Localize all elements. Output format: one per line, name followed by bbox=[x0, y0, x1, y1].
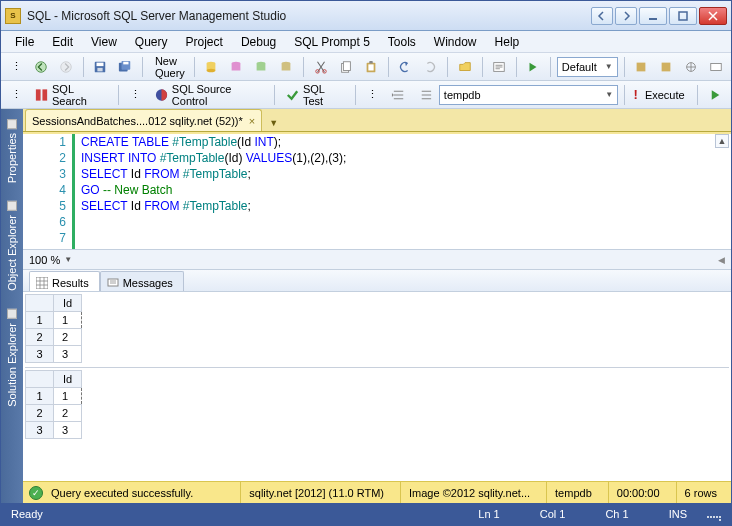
menu-help[interactable]: Help bbox=[487, 33, 528, 51]
side-toolbar: PropertiesObject ExplorerSolution Explor… bbox=[1, 109, 23, 503]
debug-play-button[interactable] bbox=[522, 56, 544, 78]
table-row[interactable]: 22 bbox=[26, 405, 82, 422]
svg-point-14 bbox=[207, 68, 216, 72]
nav-back-button[interactable] bbox=[591, 7, 613, 25]
sql-test-button[interactable]: SQL Test bbox=[281, 84, 349, 106]
menu-file[interactable]: File bbox=[7, 33, 42, 51]
open-folder-button[interactable] bbox=[454, 56, 476, 78]
open-db4-button[interactable] bbox=[275, 56, 297, 78]
execute-button[interactable]: !Execute bbox=[631, 84, 691, 106]
sidetab-solution-explorer[interactable]: Solution Explorer bbox=[4, 303, 20, 413]
svg-rect-32 bbox=[711, 63, 722, 70]
close-tab-icon[interactable]: × bbox=[249, 115, 255, 127]
status-ready: Ready bbox=[11, 508, 43, 520]
table-row[interactable]: 33 bbox=[26, 422, 82, 439]
sql-editor[interactable]: 1234567 CREATE TABLE #TempTable(Id INT);… bbox=[23, 132, 731, 250]
corner-cell bbox=[26, 295, 54, 312]
debug-button[interactable] bbox=[704, 84, 727, 106]
open-db1-button[interactable] bbox=[200, 56, 222, 78]
table-row[interactable]: 33 bbox=[26, 346, 82, 363]
menu-view[interactable]: View bbox=[83, 33, 125, 51]
menu-debug[interactable]: Debug bbox=[233, 33, 284, 51]
table-row[interactable]: 11 bbox=[26, 388, 82, 405]
drag-handle-icon[interactable]: ⋮ bbox=[125, 84, 147, 106]
document-tabs: SessionsAndBatches....012 sqlity.net (52… bbox=[23, 109, 731, 132]
split-icon[interactable]: ▲ bbox=[715, 134, 729, 148]
result-grid[interactable]: Id112233 bbox=[25, 370, 82, 439]
new-query-button[interactable]: New Query bbox=[149, 56, 188, 78]
maximize-button[interactable] bbox=[669, 7, 697, 25]
redo-button[interactable] bbox=[419, 56, 441, 78]
panel-icon bbox=[7, 119, 17, 129]
svg-rect-5 bbox=[97, 62, 104, 66]
sql-search-button[interactable]: SQL Search bbox=[30, 84, 112, 106]
line-number-gutter: 1234567 bbox=[23, 132, 75, 249]
indent-button[interactable] bbox=[387, 84, 410, 106]
drag-handle-icon[interactable]: ⋮ bbox=[5, 56, 27, 78]
menu-sql-prompt-5[interactable]: SQL Prompt 5 bbox=[286, 33, 378, 51]
sql-toolbar: ⋮ SQL Search ⋮ SQL Source Control SQL Te… bbox=[1, 81, 731, 109]
forward-button[interactable] bbox=[55, 56, 77, 78]
hscroll-left-icon[interactable]: ◀ bbox=[718, 255, 725, 265]
app-window: S SQL - Microsoft SQL Server Management … bbox=[0, 0, 732, 526]
svg-rect-20 bbox=[282, 63, 291, 70]
status-time: 00:00:00 bbox=[608, 482, 668, 503]
tool-c-button[interactable] bbox=[680, 56, 702, 78]
menu-query[interactable]: Query bbox=[127, 33, 176, 51]
find-button[interactable] bbox=[488, 56, 510, 78]
status-db: tempdb bbox=[546, 482, 600, 503]
undo-button[interactable] bbox=[394, 56, 416, 78]
app-icon: S bbox=[5, 8, 21, 24]
table-row[interactable]: 22 bbox=[26, 329, 82, 346]
document-tab[interactable]: SessionsAndBatches....012 sqlity.net (52… bbox=[25, 109, 262, 131]
menu-window[interactable]: Window bbox=[426, 33, 485, 51]
minimize-button[interactable] bbox=[639, 7, 667, 25]
zoom-dropdown-icon[interactable]: ▼ bbox=[64, 255, 72, 264]
column-header[interactable]: Id bbox=[54, 371, 82, 388]
nav-fwd-button[interactable] bbox=[615, 7, 637, 25]
window-title: SQL - Microsoft SQL Server Management St… bbox=[27, 9, 591, 23]
paste-button[interactable] bbox=[360, 56, 382, 78]
tab-dropdown-icon[interactable]: ▼ bbox=[266, 115, 281, 131]
column-header[interactable]: Id bbox=[54, 295, 82, 312]
drag-handle-icon[interactable]: ⋮ bbox=[362, 84, 384, 106]
menu-bar: FileEditViewQueryProjectDebugSQL Prompt … bbox=[1, 31, 731, 53]
results-tab[interactable]: Results bbox=[29, 271, 100, 291]
sql-source-control-button[interactable]: SQL Source Control bbox=[150, 84, 268, 106]
save-button[interactable] bbox=[89, 56, 111, 78]
panel-icon bbox=[7, 201, 17, 211]
tool-a-button[interactable] bbox=[630, 56, 652, 78]
result-grid[interactable]: Id112233 bbox=[25, 294, 82, 363]
tool-b-button[interactable] bbox=[655, 56, 677, 78]
code-area[interactable]: CREATE TABLE #TempTable(Id INT);INSERT I… bbox=[75, 132, 731, 249]
menu-tools[interactable]: Tools bbox=[380, 33, 424, 51]
drag-handle-icon[interactable]: ⋮ bbox=[5, 84, 27, 106]
sidetab-object-explorer[interactable]: Object Explorer bbox=[4, 195, 20, 297]
messages-tab[interactable]: Messages bbox=[100, 271, 184, 291]
open-db2-button[interactable] bbox=[225, 56, 247, 78]
body: PropertiesObject ExplorerSolution Explor… bbox=[1, 109, 731, 503]
solution-config-combo[interactable]: Default▼ bbox=[557, 57, 618, 77]
svg-rect-9 bbox=[124, 61, 129, 64]
menu-edit[interactable]: Edit bbox=[44, 33, 81, 51]
panel-icon bbox=[7, 309, 17, 319]
outdent-button[interactable] bbox=[413, 84, 436, 106]
svg-rect-24 bbox=[343, 61, 350, 70]
copy-button[interactable] bbox=[335, 56, 357, 78]
sidetab-properties[interactable]: Properties bbox=[4, 113, 20, 189]
cut-button[interactable] bbox=[310, 56, 332, 78]
back-button[interactable] bbox=[30, 56, 52, 78]
menu-project[interactable]: Project bbox=[178, 33, 231, 51]
resize-grip-icon[interactable] bbox=[707, 507, 721, 521]
table-row[interactable]: 11 bbox=[26, 312, 82, 329]
database-combo[interactable]: tempdb▼ bbox=[439, 85, 618, 105]
window-buttons bbox=[591, 7, 727, 25]
tool-d-button[interactable] bbox=[705, 56, 727, 78]
svg-rect-0 bbox=[649, 18, 657, 20]
open-db3-button[interactable] bbox=[250, 56, 272, 78]
status-user: Image ©2012 sqlity.net... bbox=[400, 482, 538, 503]
status-line: Ln 1 bbox=[458, 508, 519, 520]
save-all-button[interactable] bbox=[114, 56, 136, 78]
close-button[interactable] bbox=[699, 7, 727, 25]
message-icon bbox=[107, 277, 119, 289]
